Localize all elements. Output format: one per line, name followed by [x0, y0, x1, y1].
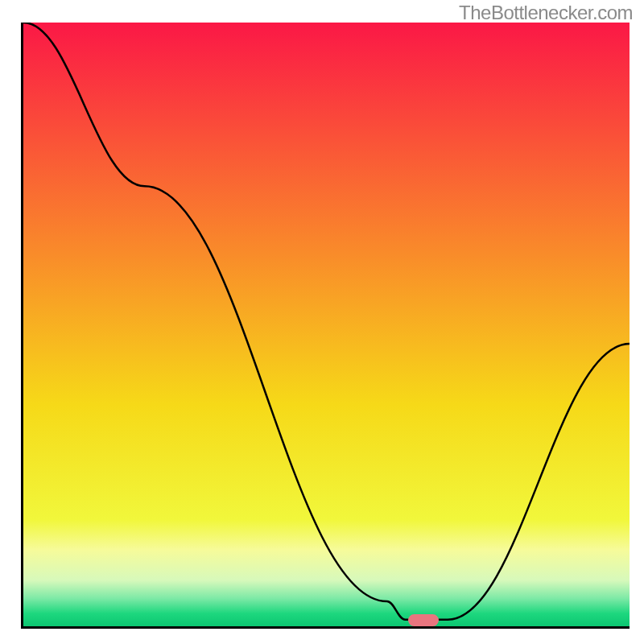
bottleneck-curve	[23, 23, 630, 629]
plot-area	[23, 23, 630, 629]
watermark-text: TheBottlenecker.com	[459, 2, 633, 24]
optimal-marker	[408, 614, 439, 626]
y-axis	[21, 23, 23, 629]
chart-container: TheBottlenecker.com	[0, 0, 644, 644]
x-axis	[21, 626, 630, 629]
